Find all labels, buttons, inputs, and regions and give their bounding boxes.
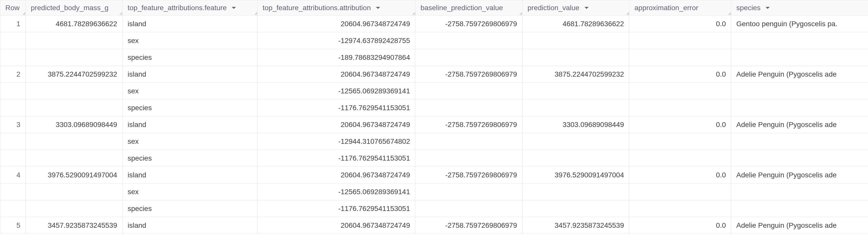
table-body: 14681.78289636622island20604.96734872474…: [0, 15, 868, 234]
col-header-row[interactable]: Row: [0, 0, 26, 15]
sort-dropdown-icon[interactable]: [232, 7, 236, 9]
resize-handle-icon[interactable]: [411, 11, 415, 15]
cell-predicted-body-mass: [26, 49, 123, 66]
cell-predicted-body-mass: [26, 150, 123, 167]
cell-row-number: 5: [0, 217, 26, 234]
cell-attribution: -12944.310765674802: [257, 133, 415, 150]
cell-predicted-body-mass: 4681.78289636622: [26, 15, 123, 32]
cell-feature: island: [123, 167, 257, 183]
col-header-attribution[interactable]: top_feature_attributions.attribution: [257, 0, 415, 15]
cell-predicted-body-mass: [26, 200, 123, 217]
cell-attribution: 20604.967348724749: [257, 66, 415, 83]
sort-dropdown-icon[interactable]: [766, 7, 770, 9]
cell-row-number: [0, 200, 26, 217]
cell-predicted-body-mass: 3457.9235873245539: [26, 217, 123, 234]
table-row: 33303.09689098449island20604.96734872474…: [0, 116, 868, 133]
cell-feature: island: [123, 66, 257, 83]
col-header-label: top_feature_attributions.attribution: [262, 4, 371, 12]
cell-row-number: [0, 100, 26, 116]
table-row: 14681.78289636622island20604.96734872474…: [0, 15, 868, 32]
cell-prediction-value: [522, 133, 629, 150]
resize-handle-icon[interactable]: [625, 11, 629, 15]
cell-row-number: [0, 32, 26, 49]
cell-approximation-error: [629, 32, 731, 49]
cell-prediction-value: [522, 83, 629, 100]
col-header-predicted-body-mass[interactable]: predicted_body_mass_g: [26, 0, 123, 15]
cell-feature: species: [123, 200, 257, 217]
cell-feature: species: [123, 49, 257, 66]
cell-attribution: 20604.967348724749: [257, 116, 415, 133]
cell-species: [731, 32, 868, 49]
cell-approximation-error: [629, 150, 731, 167]
cell-baseline-prediction: [415, 49, 522, 66]
cell-attribution: -12565.069289369141: [257, 183, 415, 200]
results-table: Row predicted_body_mass_g top_feature_at…: [0, 0, 868, 234]
cell-attribution: 20604.967348724749: [257, 15, 415, 32]
sort-dropdown-icon[interactable]: [585, 7, 589, 9]
table-row: 43976.5290091497004island20604.967348724…: [0, 167, 868, 183]
cell-approximation-error: 0.0: [629, 217, 731, 234]
cell-baseline-prediction: [415, 183, 522, 200]
cell-row-number: 1: [0, 15, 26, 32]
cell-predicted-body-mass: [26, 83, 123, 100]
cell-species: [731, 133, 868, 150]
cell-feature: island: [123, 15, 257, 32]
resize-handle-icon[interactable]: [254, 11, 257, 15]
cell-approximation-error: [629, 200, 731, 217]
cell-prediction-value: 3976.5290091497004: [522, 167, 629, 183]
cell-attribution: -1176.7629541153051: [257, 200, 415, 217]
cell-row-number: [0, 183, 26, 200]
cell-approximation-error: 0.0: [629, 66, 731, 83]
cell-attribution: -12565.069289369141: [257, 83, 415, 100]
cell-row-number: 4: [0, 167, 26, 183]
cell-prediction-value: [522, 32, 629, 49]
col-header-prediction-value[interactable]: prediction_value: [522, 0, 629, 15]
cell-predicted-body-mass: [26, 133, 123, 150]
col-header-feature[interactable]: top_feature_attributions.feature: [123, 0, 257, 15]
cell-baseline-prediction: -2758.7597269806979: [415, 167, 522, 183]
resize-handle-icon[interactable]: [22, 11, 26, 15]
col-header-approximation-error[interactable]: approximation_error: [629, 0, 731, 15]
col-header-label: predicted_body_mass_g: [31, 4, 108, 12]
col-header-label: top_feature_attributions.feature: [128, 4, 227, 12]
cell-baseline-prediction: [415, 32, 522, 49]
cell-approximation-error: [629, 183, 731, 200]
cell-predicted-body-mass: 3976.5290091497004: [26, 167, 123, 183]
cell-prediction-value: [522, 100, 629, 116]
cell-row-number: [0, 83, 26, 100]
cell-species: Adelie Penguin (Pygoscelis ade: [731, 167, 868, 183]
table-row: species-1176.7629541153051: [0, 150, 868, 167]
cell-approximation-error: [629, 49, 731, 66]
table-row: sex-12565.069289369141: [0, 83, 868, 100]
cell-predicted-body-mass: [26, 183, 123, 200]
cell-feature: species: [123, 150, 257, 167]
cell-species: [731, 150, 868, 167]
col-header-baseline-prediction[interactable]: baseline_prediction_value: [415, 0, 522, 15]
resize-handle-icon[interactable]: [119, 11, 122, 15]
resize-handle-icon[interactable]: [727, 11, 731, 15]
cell-approximation-error: [629, 133, 731, 150]
cell-row-number: [0, 49, 26, 66]
col-header-label: Row: [5, 4, 20, 12]
table-row: 23875.2244702599232island20604.967348724…: [0, 66, 868, 83]
cell-prediction-value: [522, 200, 629, 217]
cell-species: [731, 100, 868, 116]
cell-predicted-body-mass: [26, 32, 123, 49]
cell-approximation-error: 0.0: [629, 116, 731, 133]
cell-row-number: 2: [0, 66, 26, 83]
resize-handle-icon[interactable]: [519, 11, 522, 15]
cell-species: Adelie Penguin (Pygoscelis ade: [731, 116, 868, 133]
cell-approximation-error: [629, 100, 731, 116]
table-row: sex-12944.310765674802: [0, 133, 868, 150]
col-header-label: prediction_value: [527, 4, 580, 12]
cell-predicted-body-mass: 3303.09689098449: [26, 116, 123, 133]
cell-prediction-value: 3457.9235873245539: [522, 217, 629, 234]
cell-species: [731, 200, 868, 217]
table-header-row: Row predicted_body_mass_g top_feature_at…: [0, 0, 868, 15]
col-header-species[interactable]: species: [731, 0, 868, 15]
sort-dropdown-icon[interactable]: [376, 7, 380, 9]
cell-attribution: -1176.7629541153051: [257, 150, 415, 167]
cell-prediction-value: [522, 150, 629, 167]
cell-feature: species: [123, 100, 257, 116]
cell-baseline-prediction: -2758.7597269806979: [415, 66, 522, 83]
